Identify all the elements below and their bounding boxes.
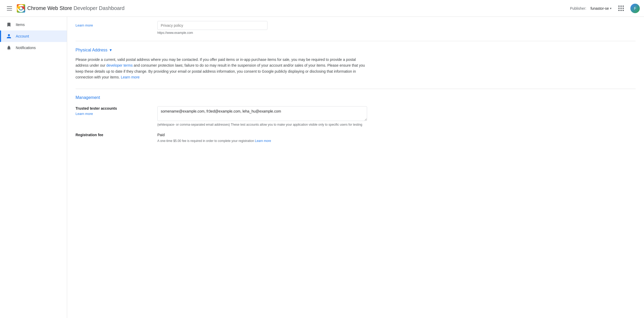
registration-fee-value: Paid xyxy=(157,133,165,137)
avatar[interactable]: F xyxy=(630,4,640,13)
app-header: Chrome Web Store Developer Dashboard Pub… xyxy=(0,0,644,17)
publisher-selector[interactable]: funastor-se ▾ xyxy=(591,6,611,10)
sidebar-item-items[interactable]: Items xyxy=(0,19,67,30)
trusted-tester-label-title: Trusted tester accounts xyxy=(76,106,149,110)
management-section: Management Trusted tester accounts Learn… xyxy=(76,93,636,143)
sidebar-item-account-label: Account xyxy=(16,34,29,38)
trusted-tester-row: Trusted tester accounts Learn more somen… xyxy=(76,106,636,126)
registration-fee-learn-more-link[interactable]: Learn more xyxy=(255,139,271,143)
privacy-policy-hint: https://www.example.com xyxy=(157,31,636,35)
menu-button[interactable] xyxy=(4,3,15,14)
registration-fee-label: Registration fee xyxy=(76,133,149,137)
developer-terms-link[interactable]: developer terms xyxy=(106,63,133,67)
hamburger-icon xyxy=(7,6,12,10)
privacy-policy-input[interactable] xyxy=(157,21,267,30)
privacy-policy-learn-more-link[interactable]: Learn more xyxy=(76,23,93,27)
chrome-logo xyxy=(17,4,25,13)
chevron-down-icon: ▾ xyxy=(110,47,112,52)
sidebar-item-account[interactable]: Account xyxy=(0,30,67,42)
bell-icon xyxy=(6,45,12,50)
sidebar: Items Account Notifications xyxy=(0,17,67,318)
app-title: Chrome Web Store Developer Dashboard xyxy=(27,5,125,11)
publisher-dropdown-icon: ▾ xyxy=(610,7,611,10)
person-icon xyxy=(6,34,12,39)
registration-fee-row: Registration fee Paid xyxy=(76,133,636,137)
sidebar-item-notifications[interactable]: Notifications xyxy=(0,42,67,54)
privacy-policy-label: Learn more xyxy=(76,21,149,27)
registration-fee-label-title: Registration fee xyxy=(76,133,149,137)
trusted-tester-learn-more-link[interactable]: Learn more xyxy=(76,112,93,116)
sidebar-item-items-label: Items xyxy=(16,23,25,27)
trusted-tester-input-wrapper: somename@example.com, fr3ed@example.com,… xyxy=(157,106,636,126)
svg-point-2 xyxy=(20,7,22,10)
physical-address-header[interactable]: Physical Address ▾ xyxy=(76,45,636,52)
google-apps-button[interactable] xyxy=(616,3,626,14)
grid-icon xyxy=(618,6,624,11)
privacy-policy-row: Learn more https://www.example.com xyxy=(76,17,636,35)
physical-address-learn-more-link[interactable]: Learn more xyxy=(121,75,140,79)
registration-fee-hint: A one-time $5.00 fee is required in orde… xyxy=(157,139,636,143)
trusted-tester-hint: (whitespace- or comma-separated email ad… xyxy=(157,123,367,126)
trusted-tester-label: Trusted tester accounts Learn more xyxy=(76,106,149,126)
page-layout: Items Account Notifications Learn more xyxy=(0,17,644,318)
physical-address-title: Physical Address xyxy=(76,48,108,52)
section-divider xyxy=(76,41,636,41)
main-content: Learn more https://www.example.com Physi… xyxy=(67,17,644,318)
bookmark-icon xyxy=(6,22,12,27)
physical-address-section: Physical Address ▾ Please provide a curr… xyxy=(76,45,636,80)
header-right: Publisher: funastor-se ▾ F xyxy=(570,3,640,14)
trusted-tester-textarea[interactable]: somename@example.com, fr3ed@example.com,… xyxy=(157,106,367,121)
publisher-label: Publisher: xyxy=(570,6,586,10)
section-divider-2 xyxy=(76,89,636,89)
sidebar-item-notifications-label: Notifications xyxy=(16,46,36,50)
management-title: Management xyxy=(76,93,636,100)
privacy-policy-input-wrapper: https://www.example.com xyxy=(157,21,636,35)
physical-address-description: Please provide a current, valid postal a… xyxy=(76,57,369,80)
